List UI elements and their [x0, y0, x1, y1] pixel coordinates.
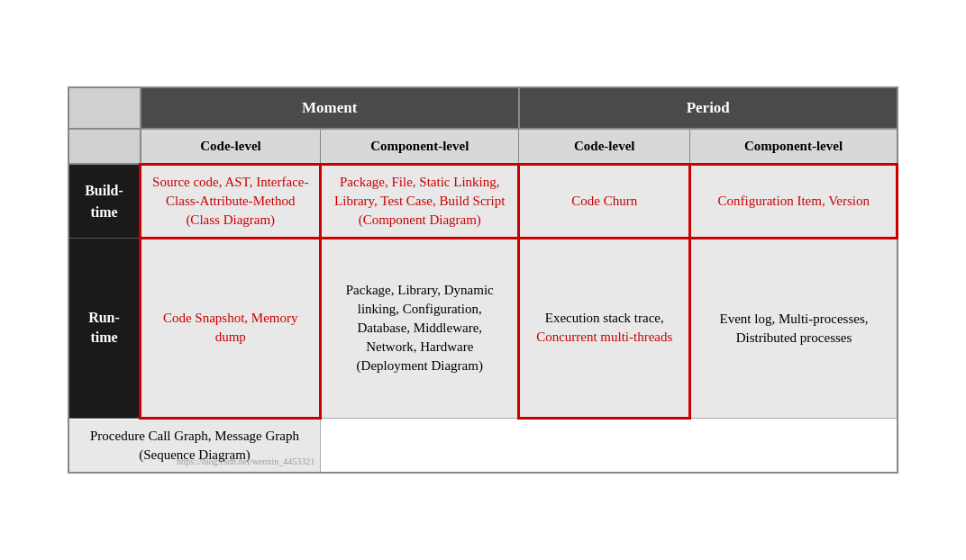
build-code-churn-cell: Code Churn: [519, 164, 690, 238]
period-header: Period: [519, 87, 898, 129]
run-execution-prefix: Execution stack trace,: [545, 311, 664, 325]
main-container: Moment Period Code-level Component-level…: [68, 86, 899, 474]
run-code-snapshot-text: Code Snapshot, Memory dump: [163, 311, 298, 344]
corner-empty: [68, 87, 141, 129]
build-time-row: Build-time Source code, AST, Interface-C…: [68, 164, 898, 238]
procedure-call-text: Procedure Call Graph, Message Graph (Seq…: [90, 429, 299, 462]
sub-empty: [68, 129, 141, 165]
run-event-text: Event log, Multi-processes, Distributed …: [720, 312, 869, 345]
run-time-text: Run-time: [88, 310, 120, 345]
build-config-cell: Configuration Item, Version: [690, 164, 898, 238]
sub-component-level-2: Component-level: [690, 129, 898, 165]
run-execution-text: Execution stack trace, Concurrent multi-…: [536, 311, 672, 344]
sub-code-level-2: Code-level: [519, 129, 690, 165]
run-time-label: Run-time: [68, 238, 141, 418]
run-concurrent-text: Concurrent multi-threads: [536, 330, 672, 344]
build-time-label: Build-time: [68, 164, 141, 238]
run-package-cell: Package, Library, Dynamic linking, Confi…: [321, 238, 519, 418]
classification-table: Moment Period Code-level Component-level…: [68, 86, 899, 474]
procedure-call-cell: Procedure Call Graph, Message Graph (Seq…: [68, 418, 321, 473]
run-code-snapshot-cell: Code Snapshot, Memory dump: [141, 238, 321, 418]
build-code-level-text: Source code, AST, Interface-Class-Attrib…: [152, 175, 308, 227]
sub-code-level-1: Code-level: [141, 129, 321, 165]
build-code-level-cell: Source code, AST, Interface-Class-Attrib…: [141, 164, 321, 238]
bottom-row: Procedure Call Graph, Message Graph (Seq…: [68, 418, 898, 473]
header-main-row: Moment Period: [68, 87, 898, 129]
build-component-level-text: Package, File, Static Linking, Library, …: [334, 175, 505, 227]
build-code-churn-text: Code Churn: [571, 194, 637, 208]
run-execution-cell: Execution stack trace, Concurrent multi-…: [519, 238, 690, 418]
run-time-row: Run-time Code Snapshot, Memory dump Pack…: [68, 238, 898, 418]
build-config-text: Configuration Item, Version: [718, 194, 870, 208]
run-event-cell: Event log, Multi-processes, Distributed …: [690, 238, 898, 418]
build-time-text: Build-time: [85, 183, 123, 220]
run-package-text: Package, Library, Dynamic linking, Confi…: [346, 283, 494, 373]
header-sub-row: Code-level Component-level Code-level Co…: [68, 129, 898, 165]
sub-component-level-1: Component-level: [321, 129, 519, 165]
moment-header: Moment: [141, 87, 519, 129]
build-component-level-cell: Package, File, Static Linking, Library, …: [321, 164, 519, 238]
